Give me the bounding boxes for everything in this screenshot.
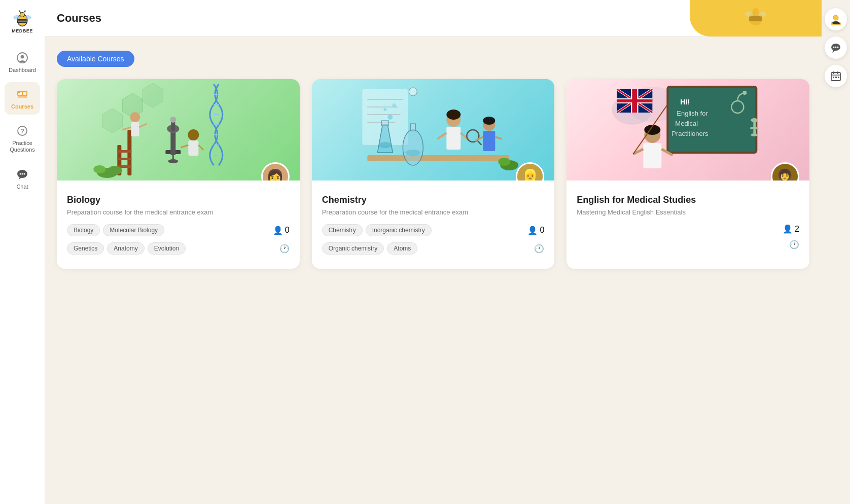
svg-rect-70 <box>367 155 509 161</box>
sidebar-item-courses-label: Courses <box>11 103 33 110</box>
content-area: Available Courses <box>45 37 822 283</box>
svg-point-24 <box>24 173 25 175</box>
svg-rect-44 <box>117 150 131 153</box>
svg-point-62 <box>93 165 105 173</box>
svg-rect-17 <box>22 96 27 98</box>
course-card-chemistry[interactable]: 👱‍♀️ Chemistry Preparation course for th… <box>312 79 555 269</box>
course-card-biology[interactable]: 👩 Biology Preparation course for the med… <box>57 79 300 269</box>
logo-text: MEDBEE <box>12 28 33 33</box>
tag-atoms: Atoms <box>387 242 417 255</box>
svg-point-56 <box>168 159 178 163</box>
svg-text:HI!: HI! <box>681 98 690 106</box>
svg-marker-32 <box>143 83 163 107</box>
sidebar-item-practice[interactable]: ? Practice Questions <box>5 119 40 158</box>
logo: MEDBEE <box>9 8 36 35</box>
courses-icon <box>15 87 29 101</box>
svg-point-135 <box>833 47 835 48</box>
biology-card-body: Biology Preparation course for the medic… <box>57 181 300 269</box>
chat-bubble-icon <box>830 42 841 53</box>
calendar-button[interactable] <box>825 65 847 87</box>
svg-point-46 <box>130 112 140 122</box>
svg-rect-47 <box>131 122 139 136</box>
svg-line-59 <box>181 145 188 148</box>
right-panel <box>822 0 850 504</box>
user-profile-button[interactable] <box>825 8 847 30</box>
svg-rect-123 <box>644 143 662 168</box>
tag-molecular-biology: Molecular Biology <box>103 224 164 236</box>
svg-point-90 <box>383 108 386 111</box>
svg-line-60 <box>198 145 203 150</box>
available-courses-button[interactable]: Available Courses <box>57 51 134 67</box>
svg-rect-2 <box>17 19 27 21</box>
svg-point-120 <box>751 133 758 136</box>
sidebar-item-dashboard-label: Dashboard <box>9 67 36 73</box>
svg-rect-108 <box>632 89 638 113</box>
svg-point-78 <box>446 110 461 120</box>
tag-evolution: Evolution <box>148 242 186 255</box>
svg-text:Medical: Medical <box>676 120 698 127</box>
clock-icon-english: 🕐 <box>789 240 799 249</box>
chemistry-scene-svg <box>312 79 555 181</box>
svg-rect-75 <box>410 124 415 131</box>
svg-text:?: ? <box>20 127 24 135</box>
tag-chemistry: Chemistry <box>322 224 363 236</box>
svg-rect-16 <box>18 96 22 98</box>
svg-point-115 <box>743 91 747 95</box>
svg-point-76 <box>405 150 420 156</box>
svg-rect-3 <box>17 22 27 23</box>
english-course-title: English for Medical Studies <box>577 195 799 205</box>
sidebar-item-dashboard[interactable]: Dashboard <box>5 46 40 78</box>
user-icon-chemistry: 👤 <box>527 226 538 235</box>
english-avatar-image: 👩‍🦱 <box>772 164 798 181</box>
svg-marker-33 <box>102 109 122 133</box>
svg-line-83 <box>477 140 481 145</box>
clock-icon-biology: 🕐 <box>279 244 290 254</box>
svg-point-4 <box>20 13 25 17</box>
tag-inorganic-chemistry: Inorganic chemistry <box>366 224 432 236</box>
biology-tags-2: Genetics Anatomy Evolution 🕐 <box>67 242 290 255</box>
svg-point-30 <box>758 12 766 17</box>
main-content: Courses Available Courses <box>45 0 822 504</box>
english-scene-svg: HI! English for Medical Practitioners <box>566 79 809 181</box>
sidebar: MEDBEE Dashboard Courses <box>0 0 45 504</box>
english-tags-2: 🕐 <box>577 240 799 249</box>
svg-point-6 <box>19 10 20 12</box>
practice-icon: ? <box>15 124 29 138</box>
tag-biology: Biology <box>67 224 100 236</box>
svg-point-57 <box>188 129 199 140</box>
svg-rect-15 <box>22 91 27 96</box>
svg-point-10 <box>25 16 31 19</box>
svg-point-91 <box>392 103 396 107</box>
dashboard-icon <box>15 51 29 65</box>
svg-point-73 <box>379 142 391 148</box>
chemistry-avatar-image: 👱‍♀️ <box>517 164 543 181</box>
english-tags: 👤 2 <box>577 224 799 234</box>
chat-icon <box>15 167 29 182</box>
svg-text:Practitioners: Practitioners <box>672 130 709 137</box>
tag-organic-chemistry: Organic chemistry <box>322 242 384 255</box>
svg-point-118 <box>751 118 758 122</box>
svg-point-12 <box>21 55 24 59</box>
biology-avatar-image: 👩 <box>263 164 288 181</box>
sidebar-item-courses[interactable]: Courses <box>5 82 40 115</box>
svg-line-88 <box>495 137 502 139</box>
bee-logo-icon <box>13 10 31 28</box>
tag-anatomy: Anatomy <box>107 242 144 255</box>
svg-point-54 <box>170 117 176 123</box>
clock-icon-chemistry: 🕐 <box>534 244 544 254</box>
sidebar-item-chat[interactable]: Chat <box>5 162 40 195</box>
sidebar-item-chat-label: Chat <box>16 184 28 190</box>
chat-bubble-button[interactable] <box>825 37 847 59</box>
svg-rect-86 <box>483 131 495 151</box>
svg-rect-58 <box>188 140 198 156</box>
biology-course-subtitle: Preparation course for the medical entra… <box>67 208 290 216</box>
svg-rect-143 <box>835 77 837 78</box>
svg-rect-26 <box>749 16 762 19</box>
user-icon-english: 👤 <box>783 224 793 234</box>
svg-point-137 <box>837 47 839 48</box>
course-card-english[interactable]: HI! English for Medical Practitioners <box>566 79 809 269</box>
english-student-count: 2 <box>795 225 799 234</box>
chemistry-card-body: Chemistry Preparation course for the med… <box>312 181 555 269</box>
course-image-english: HI! English for Medical Practitioners <box>566 79 809 181</box>
header-deco-bee-icon <box>745 5 767 31</box>
